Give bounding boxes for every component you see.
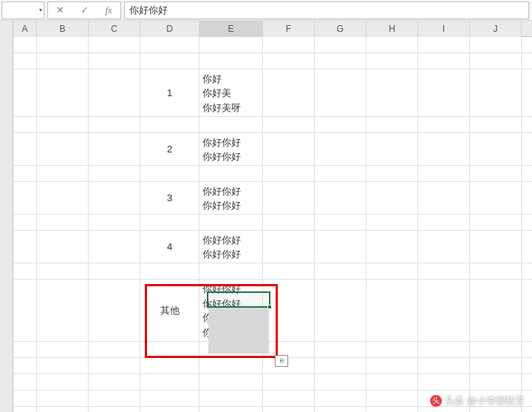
row-header[interactable] (0, 215, 13, 231)
cell[interactable] (13, 182, 37, 215)
cell[interactable] (263, 342, 315, 358)
cell[interactable] (366, 374, 418, 391)
cell[interactable] (140, 358, 200, 374)
cell[interactable] (200, 166, 263, 182)
row-header[interactable] (0, 37, 13, 53)
cell[interactable] (418, 182, 470, 215)
formula-input[interactable]: 你好你好 (124, 1, 529, 19)
cell[interactable] (13, 358, 37, 374)
cell[interactable] (470, 53, 522, 70)
cell[interactable] (37, 133, 89, 166)
cell[interactable] (140, 53, 200, 70)
cell[interactable] (37, 358, 89, 374)
col-header[interactable]: J (470, 21, 522, 37)
cell[interactable] (89, 342, 140, 358)
cell[interactable] (13, 70, 37, 117)
cell[interactable] (470, 407, 522, 412)
cell[interactable] (37, 231, 89, 263)
cell[interactable] (13, 231, 37, 263)
cell[interactable] (200, 374, 263, 391)
cell[interactable] (315, 37, 366, 53)
cell[interactable] (366, 342, 418, 358)
cell[interactable] (263, 37, 315, 53)
cell[interactable] (37, 374, 89, 391)
cell[interactable] (263, 407, 315, 412)
cell[interactable] (470, 70, 522, 117)
cell[interactable] (200, 37, 263, 53)
cell[interactable] (418, 374, 470, 391)
fx-button[interactable]: fx (103, 4, 115, 16)
col-header[interactable]: A (13, 21, 37, 37)
cell[interactable] (418, 215, 470, 231)
cell[interactable] (366, 280, 418, 342)
cell[interactable] (37, 166, 89, 182)
cell[interactable] (89, 53, 140, 70)
cell[interactable] (200, 215, 263, 231)
cell[interactable] (37, 342, 89, 358)
cell[interactable] (13, 342, 37, 358)
row-header[interactable] (0, 133, 13, 166)
cell[interactable] (200, 358, 263, 374)
cell[interactable] (366, 391, 418, 407)
row-header[interactable] (0, 280, 13, 342)
cell[interactable] (315, 70, 366, 117)
cell[interactable] (13, 215, 37, 231)
cell[interactable] (263, 263, 315, 280)
cell[interactable] (366, 215, 418, 231)
cell[interactable] (418, 407, 470, 412)
cell[interactable] (315, 407, 366, 412)
cell[interactable] (37, 280, 89, 342)
cell[interactable]: 1 (140, 70, 200, 117)
cell[interactable] (89, 358, 140, 374)
cell[interactable] (37, 407, 89, 412)
cell[interactable] (315, 182, 366, 215)
cell[interactable] (315, 391, 366, 407)
cell[interactable] (200, 263, 263, 280)
cell[interactable]: 你好 你好美 你好美呀 (200, 70, 263, 117)
autofill-options-button[interactable]: ⎘ (275, 355, 288, 367)
cell[interactable] (263, 70, 315, 117)
cell[interactable] (470, 280, 522, 342)
cell[interactable] (263, 231, 315, 263)
cell[interactable] (37, 70, 89, 117)
cell[interactable] (89, 166, 140, 182)
cell[interactable]: 3 (140, 182, 200, 215)
cell[interactable]: 你好你好 你好你好 (200, 133, 263, 166)
cell[interactable] (89, 263, 140, 280)
cell[interactable] (140, 166, 200, 182)
name-box-dropdown-icon[interactable]: ▾ (39, 7, 42, 13)
row-header[interactable] (0, 231, 13, 263)
cell[interactable] (418, 133, 470, 166)
cell[interactable] (140, 215, 200, 231)
cell[interactable] (366, 263, 418, 280)
cell[interactable] (140, 374, 200, 391)
cell[interactable] (418, 53, 470, 70)
spreadsheet-grid[interactable]: A B C D E F G H I J 1你好 你好美 你好美呀2你好你好 你好… (0, 21, 532, 412)
cell[interactable] (89, 70, 140, 117)
cell[interactable] (140, 407, 200, 412)
cell[interactable] (366, 117, 418, 133)
row-header[interactable] (0, 374, 13, 391)
cell[interactable] (13, 166, 37, 182)
cell[interactable] (366, 358, 418, 374)
cell[interactable] (140, 342, 200, 358)
cell[interactable] (315, 166, 366, 182)
cell[interactable] (470, 215, 522, 231)
cell[interactable] (37, 263, 89, 280)
cell[interactable] (470, 37, 522, 53)
cell[interactable]: 4 (140, 231, 200, 263)
cell[interactable] (418, 263, 470, 280)
cell[interactable] (13, 263, 37, 280)
cell[interactable] (315, 342, 366, 358)
cell[interactable] (418, 358, 470, 374)
cell[interactable] (13, 374, 37, 391)
cell[interactable] (366, 70, 418, 117)
cell[interactable] (200, 407, 263, 412)
cell[interactable] (89, 182, 140, 215)
cell[interactable] (200, 117, 263, 133)
cell[interactable] (89, 133, 140, 166)
cell[interactable] (470, 231, 522, 263)
cell[interactable] (366, 231, 418, 263)
col-header[interactable]: B (37, 21, 89, 37)
cell[interactable] (140, 391, 200, 407)
